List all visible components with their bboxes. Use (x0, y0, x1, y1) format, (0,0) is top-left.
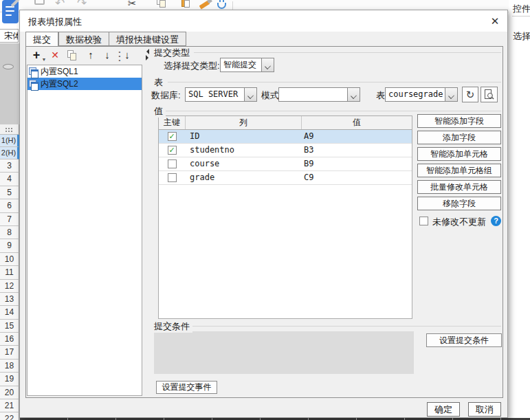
submit-type-select[interactable]: 智能提交 (220, 58, 274, 72)
copy-icon[interactable] (159, 0, 166, 8)
row-header[interactable]: 3 (0, 159, 19, 173)
row-header[interactable]: 13 (0, 293, 19, 306)
app-logo-icon (2, 0, 19, 23)
set-submit-event-button[interactable]: 设置提交事件 (156, 381, 217, 394)
row-header[interactable]: 14 (0, 306, 19, 319)
checkbox[interactable]: ✓ (168, 146, 177, 155)
schema-select[interactable] (278, 87, 360, 102)
ok-button[interactable]: 确定 (427, 402, 460, 417)
splitter-left-icon[interactable] (144, 49, 149, 54)
row-header[interactable]: 22 (0, 412, 19, 420)
remove-field-button[interactable]: 移除字段 (417, 197, 501, 210)
table-row[interactable]: courseB9 (159, 157, 412, 171)
move-up-icon[interactable]: ↑ (85, 48, 96, 63)
refresh-button[interactable]: ↻ (462, 87, 478, 102)
row-header[interactable]: 6 (0, 199, 19, 212)
primary-key-cell: ✓ (159, 130, 185, 143)
row-header[interactable]: 2(H) (0, 147, 19, 159)
row-header[interactable]: 21 (0, 399, 19, 412)
table-select[interactable]: coursegrade (385, 87, 458, 102)
close-icon[interactable]: ✕ (487, 14, 503, 28)
primary-key-cell (159, 171, 185, 184)
column-header-primary-key[interactable]: 主键 (159, 116, 185, 129)
preview-button[interactable] (481, 87, 498, 102)
column-cell[interactable]: grade (185, 171, 301, 184)
tab-fill-shortcuts[interactable]: 填报快捷键设置 (109, 32, 186, 46)
smart-add-cell-button[interactable]: 智能添加单元格 (417, 147, 501, 161)
checkbox[interactable] (168, 159, 177, 168)
sql-list-item[interactable]: 内置SQL1 (27, 65, 142, 78)
column-header-column[interactable]: 列 (185, 116, 301, 129)
sql-list-item-label: 内置SQL1 (41, 66, 78, 78)
submit-type-value: 智能提交 (220, 58, 262, 72)
row-header[interactable]: 19 (0, 373, 19, 386)
row-header[interactable]: 20 (0, 386, 19, 399)
row-header[interactable]: 5 (0, 186, 19, 199)
submit-type-label: 选择提交类型: (164, 60, 220, 72)
delete-icon[interactable]: ✕ (49, 48, 60, 63)
shape-tool-icon[interactable] (3, 64, 14, 69)
value-cell[interactable]: A9 (301, 130, 412, 143)
sql-list-item[interactable]: 内置SQL2 (27, 78, 142, 90)
row-header[interactable]: 16 (0, 333, 19, 346)
row-header[interactable]: 17 (0, 346, 19, 359)
batch-modify-cell-button[interactable]: 批量修改单元格 (417, 180, 501, 194)
row-header[interactable]: 8 (0, 226, 19, 239)
row-header[interactable]: 7 (0, 213, 19, 226)
row-header[interactable]: 15 (0, 320, 19, 333)
values-table: 主键 列 值 ✓IDA9✓studentnoB3courseB9gradeC9 (158, 115, 412, 319)
undo-icon[interactable]: ↶ (55, 0, 65, 10)
value-cell[interactable]: B9 (301, 157, 412, 170)
column-cell[interactable]: studentno (185, 144, 301, 157)
row-header[interactable]: 9 (0, 239, 19, 252)
preview-icon (483, 89, 495, 100)
checkbox[interactable]: ✓ (168, 132, 177, 141)
row-header[interactable]: 4 (0, 173, 19, 186)
cancel-button[interactable]: 取消 (468, 402, 501, 417)
group-line (164, 111, 501, 111)
no-update-checkbox[interactable] (419, 217, 428, 225)
tab-data-validation[interactable]: 数据校验 (58, 32, 109, 46)
plugin-icon[interactable] (217, 3, 226, 9)
chevron-down-icon[interactable] (262, 58, 274, 72)
tab-submit[interactable]: 提交 (25, 32, 58, 47)
dialog-titlebar[interactable]: 报表填报属性 ✕ (20, 10, 507, 32)
checkbox[interactable] (168, 173, 177, 182)
add-field-button[interactable]: 添加字段 (417, 131, 501, 144)
sql-list: 内置SQL1内置SQL2 (27, 65, 142, 396)
chevron-down-icon[interactable] (348, 87, 360, 102)
move-down-icon[interactable]: ↓ (102, 48, 113, 63)
database-select[interactable]: SQL SERVER (185, 87, 257, 102)
row-header[interactable]: 10 (0, 253, 19, 266)
font-selector[interactable]: 宋体 (0, 29, 19, 43)
row-header[interactable]: 11 (0, 266, 19, 279)
condition-display-area (154, 331, 414, 374)
chevron-down-icon[interactable] (245, 87, 257, 102)
sort-icon[interactable]: ↓ (122, 48, 133, 63)
table-row[interactable]: ✓studentnoB3 (159, 144, 412, 157)
row-header[interactable]: 1(H) (0, 135, 19, 147)
set-condition-button[interactable]: 设置提交条件 (426, 333, 502, 347)
row-header[interactable]: 18 (0, 360, 19, 373)
column-header-value[interactable]: 值 (301, 116, 412, 129)
column-cell[interactable]: course (185, 157, 301, 170)
cut-icon[interactable]: ✂ (128, 0, 137, 10)
chevron-down-icon[interactable] (445, 87, 458, 102)
smart-add-field-button[interactable]: 智能添加字段 (417, 114, 501, 128)
row-header[interactable]: 12 (0, 280, 19, 293)
left-panel-bg (0, 43, 19, 124)
dialog-tabs: 提交 数据校验 填报快捷键设置 (25, 32, 186, 46)
table-row[interactable]: gradeC9 (159, 171, 412, 185)
table-row[interactable]: ✓IDA9 (159, 130, 412, 144)
value-cell[interactable]: C9 (301, 171, 412, 184)
help-icon[interactable]: ? (491, 216, 501, 226)
splitter-right-icon[interactable] (146, 55, 151, 60)
save-icon[interactable] (34, 0, 45, 5)
redo-icon[interactable]: ↷ (77, 0, 87, 10)
smart-add-cell-group-button[interactable]: 智能添加单元格组 (417, 164, 501, 177)
copy-icon[interactable] (66, 48, 78, 63)
no-update-label: 未修改不更新 (432, 216, 486, 228)
value-cell[interactable]: B3 (301, 144, 412, 157)
column-cell[interactable]: ID (185, 130, 301, 143)
grid-corner-cell[interactable] (0, 124, 19, 135)
